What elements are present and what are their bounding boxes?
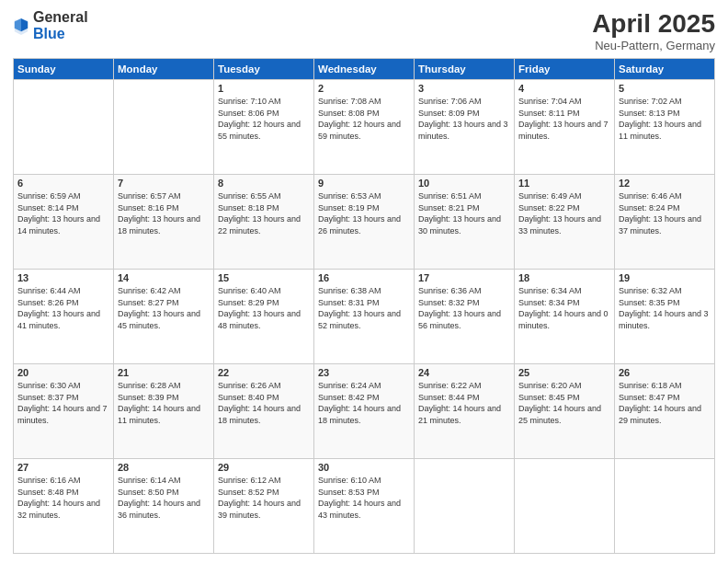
day-number: 25 bbox=[518, 367, 610, 378]
calendar-week-row: 13Sunrise: 6:44 AM Sunset: 8:26 PM Dayli… bbox=[14, 270, 715, 364]
calendar-cell: 27Sunrise: 6:16 AM Sunset: 8:48 PM Dayli… bbox=[14, 459, 114, 554]
calendar-cell: 4Sunrise: 7:04 AM Sunset: 8:11 PM Daylig… bbox=[515, 80, 615, 175]
calendar-cell bbox=[14, 80, 114, 175]
calendar-cell: 25Sunrise: 6:20 AM Sunset: 8:45 PM Dayli… bbox=[515, 364, 615, 459]
calendar-cell: 19Sunrise: 6:32 AM Sunset: 8:35 PM Dayli… bbox=[615, 270, 715, 364]
day-info: Sunrise: 6:32 AM Sunset: 8:35 PM Dayligh… bbox=[619, 285, 711, 331]
day-info: Sunrise: 7:02 AM Sunset: 8:13 PM Dayligh… bbox=[619, 96, 711, 142]
day-number: 8 bbox=[218, 178, 310, 189]
calendar-week-row: 20Sunrise: 6:30 AM Sunset: 8:37 PM Dayli… bbox=[14, 364, 715, 459]
weekday-header: Saturday bbox=[615, 59, 715, 80]
day-info: Sunrise: 6:46 AM Sunset: 8:24 PM Dayligh… bbox=[619, 190, 711, 236]
logo-blue: Blue bbox=[33, 26, 88, 42]
day-info: Sunrise: 7:10 AM Sunset: 8:06 PM Dayligh… bbox=[218, 96, 310, 142]
calendar-cell: 11Sunrise: 6:49 AM Sunset: 8:22 PM Dayli… bbox=[515, 175, 615, 270]
day-info: Sunrise: 7:06 AM Sunset: 8:09 PM Dayligh… bbox=[418, 96, 510, 142]
day-number: 23 bbox=[318, 367, 410, 378]
day-info: Sunrise: 6:53 AM Sunset: 8:19 PM Dayligh… bbox=[318, 190, 410, 236]
day-number: 26 bbox=[619, 367, 711, 378]
weekday-header: Friday bbox=[515, 59, 615, 80]
day-info: Sunrise: 6:16 AM Sunset: 8:48 PM Dayligh… bbox=[17, 475, 109, 521]
day-number: 3 bbox=[418, 83, 510, 94]
day-number: 29 bbox=[218, 462, 310, 473]
calendar-cell: 30Sunrise: 6:10 AM Sunset: 8:53 PM Dayli… bbox=[314, 459, 415, 554]
weekday-row: SundayMondayTuesdayWednesdayThursdayFrid… bbox=[14, 59, 715, 80]
weekday-header: Wednesday bbox=[314, 59, 415, 80]
day-number: 13 bbox=[17, 272, 109, 283]
day-info: Sunrise: 6:24 AM Sunset: 8:42 PM Dayligh… bbox=[318, 380, 410, 426]
calendar-table: SundayMondayTuesdayWednesdayThursdayFrid… bbox=[13, 58, 715, 554]
day-info: Sunrise: 6:59 AM Sunset: 8:14 PM Dayligh… bbox=[17, 190, 109, 236]
day-number: 7 bbox=[118, 178, 210, 189]
calendar-cell: 20Sunrise: 6:30 AM Sunset: 8:37 PM Dayli… bbox=[14, 364, 114, 459]
subtitle: Neu-Pattern, Germany bbox=[592, 39, 715, 52]
calendar-cell: 23Sunrise: 6:24 AM Sunset: 8:42 PM Dayli… bbox=[314, 364, 415, 459]
day-number: 24 bbox=[418, 367, 510, 378]
day-info: Sunrise: 6:38 AM Sunset: 8:31 PM Dayligh… bbox=[318, 285, 410, 331]
calendar-cell: 8Sunrise: 6:55 AM Sunset: 8:18 PM Daylig… bbox=[214, 175, 314, 270]
day-info: Sunrise: 6:40 AM Sunset: 8:29 PM Dayligh… bbox=[218, 285, 310, 331]
day-number: 12 bbox=[619, 178, 711, 189]
day-info: Sunrise: 6:51 AM Sunset: 8:21 PM Dayligh… bbox=[418, 190, 510, 236]
calendar-week-row: 1Sunrise: 7:10 AM Sunset: 8:06 PM Daylig… bbox=[14, 80, 715, 175]
day-info: Sunrise: 6:44 AM Sunset: 8:26 PM Dayligh… bbox=[17, 285, 109, 331]
calendar-cell: 17Sunrise: 6:36 AM Sunset: 8:32 PM Dayli… bbox=[415, 270, 515, 364]
day-info: Sunrise: 6:20 AM Sunset: 8:45 PM Dayligh… bbox=[518, 380, 610, 426]
logo-text: General Blue bbox=[33, 9, 88, 41]
calendar-header: SundayMondayTuesdayWednesdayThursdayFrid… bbox=[14, 59, 715, 80]
calendar-cell: 16Sunrise: 6:38 AM Sunset: 8:31 PM Dayli… bbox=[314, 270, 415, 364]
weekday-header: Tuesday bbox=[214, 59, 314, 80]
calendar-cell: 21Sunrise: 6:28 AM Sunset: 8:39 PM Dayli… bbox=[114, 364, 214, 459]
title-block: April 2025 Neu-Pattern, Germany bbox=[592, 9, 715, 52]
logo: General Blue bbox=[13, 9, 88, 41]
day-number: 6 bbox=[17, 178, 109, 189]
weekday-header: Sunday bbox=[14, 59, 114, 80]
day-info: Sunrise: 6:34 AM Sunset: 8:34 PM Dayligh… bbox=[518, 285, 610, 331]
calendar-cell: 9Sunrise: 6:53 AM Sunset: 8:19 PM Daylig… bbox=[314, 175, 415, 270]
day-info: Sunrise: 6:42 AM Sunset: 8:27 PM Dayligh… bbox=[118, 285, 210, 331]
calendar-cell: 10Sunrise: 6:51 AM Sunset: 8:21 PM Dayli… bbox=[415, 175, 515, 270]
day-number: 16 bbox=[318, 272, 410, 283]
day-info: Sunrise: 6:10 AM Sunset: 8:53 PM Dayligh… bbox=[318, 475, 410, 521]
day-info: Sunrise: 6:49 AM Sunset: 8:22 PM Dayligh… bbox=[518, 190, 610, 236]
day-number: 4 bbox=[518, 83, 610, 94]
day-info: Sunrise: 6:22 AM Sunset: 8:44 PM Dayligh… bbox=[418, 380, 510, 426]
calendar-cell: 1Sunrise: 7:10 AM Sunset: 8:06 PM Daylig… bbox=[214, 80, 314, 175]
day-number: 18 bbox=[518, 272, 610, 283]
day-number: 11 bbox=[518, 178, 610, 189]
day-number: 28 bbox=[118, 462, 210, 473]
calendar-cell: 29Sunrise: 6:12 AM Sunset: 8:52 PM Dayli… bbox=[214, 459, 314, 554]
calendar-cell: 24Sunrise: 6:22 AM Sunset: 8:44 PM Dayli… bbox=[415, 364, 515, 459]
day-number: 5 bbox=[619, 83, 711, 94]
day-number: 30 bbox=[318, 462, 410, 473]
day-info: Sunrise: 6:36 AM Sunset: 8:32 PM Dayligh… bbox=[418, 285, 510, 331]
calendar-cell bbox=[114, 80, 214, 175]
calendar-cell: 12Sunrise: 6:46 AM Sunset: 8:24 PM Dayli… bbox=[615, 175, 715, 270]
calendar-cell bbox=[615, 459, 715, 554]
day-info: Sunrise: 6:12 AM Sunset: 8:52 PM Dayligh… bbox=[218, 475, 310, 521]
day-number: 22 bbox=[218, 367, 310, 378]
calendar-cell: 13Sunrise: 6:44 AM Sunset: 8:26 PM Dayli… bbox=[14, 270, 114, 364]
calendar-cell: 28Sunrise: 6:14 AM Sunset: 8:50 PM Dayli… bbox=[114, 459, 214, 554]
calendar-cell: 7Sunrise: 6:57 AM Sunset: 8:16 PM Daylig… bbox=[114, 175, 214, 270]
calendar-week-row: 6Sunrise: 6:59 AM Sunset: 8:14 PM Daylig… bbox=[14, 175, 715, 270]
calendar-cell bbox=[415, 459, 515, 554]
calendar-cell: 18Sunrise: 6:34 AM Sunset: 8:34 PM Dayli… bbox=[515, 270, 615, 364]
day-info: Sunrise: 6:30 AM Sunset: 8:37 PM Dayligh… bbox=[17, 380, 109, 426]
day-number: 2 bbox=[318, 83, 410, 94]
day-number: 27 bbox=[17, 462, 109, 473]
calendar-cell: 3Sunrise: 7:06 AM Sunset: 8:09 PM Daylig… bbox=[415, 80, 515, 175]
day-number: 10 bbox=[418, 178, 510, 189]
main-title: April 2025 bbox=[592, 9, 715, 39]
day-info: Sunrise: 6:55 AM Sunset: 8:18 PM Dayligh… bbox=[218, 190, 310, 236]
calendar-cell: 2Sunrise: 7:08 AM Sunset: 8:08 PM Daylig… bbox=[314, 80, 415, 175]
day-number: 20 bbox=[17, 367, 109, 378]
day-info: Sunrise: 6:57 AM Sunset: 8:16 PM Dayligh… bbox=[118, 190, 210, 236]
calendar-cell: 22Sunrise: 6:26 AM Sunset: 8:40 PM Dayli… bbox=[214, 364, 314, 459]
calendar-cell: 5Sunrise: 7:02 AM Sunset: 8:13 PM Daylig… bbox=[615, 80, 715, 175]
day-info: Sunrise: 6:14 AM Sunset: 8:50 PM Dayligh… bbox=[118, 475, 210, 521]
logo-icon bbox=[13, 17, 29, 35]
day-info: Sunrise: 7:08 AM Sunset: 8:08 PM Dayligh… bbox=[318, 96, 410, 142]
calendar-cell: 6Sunrise: 6:59 AM Sunset: 8:14 PM Daylig… bbox=[14, 175, 114, 270]
weekday-header: Thursday bbox=[415, 59, 515, 80]
